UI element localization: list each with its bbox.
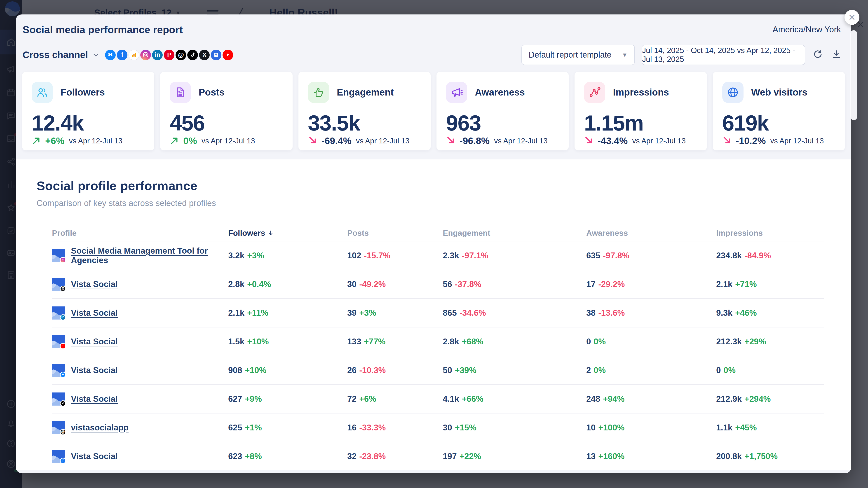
- column-header-awareness[interactable]: Awareness: [586, 229, 716, 237]
- profile-link[interactable]: Vista Social: [71, 280, 118, 289]
- profile-link[interactable]: Vista Social: [71, 337, 118, 347]
- profile-link[interactable]: vistasocialapp: [71, 423, 129, 432]
- stat-card-engagement: Engagement33.5k-69.4%vs Apr 12-Jul 13: [299, 72, 431, 151]
- stat-card-awareness: Awareness963-96.8%vs Apr 12-Jul 13: [436, 72, 569, 151]
- cell-posts-delta: +6%: [359, 394, 376, 403]
- cell-posts: 72+6%: [347, 394, 376, 403]
- stat-card-label: Posts: [198, 87, 224, 98]
- modal-close-button[interactable]: ✕: [844, 10, 860, 25]
- cell-followers: 3.2k+3%: [228, 251, 264, 260]
- engagement-icon: [308, 82, 329, 103]
- channel-selector-label: Cross channel: [23, 50, 88, 60]
- youtube-icon: [222, 50, 233, 60]
- report-controls: Cross channel finP@X Default report temp…: [16, 36, 851, 65]
- report-modal: Social media performance report America/…: [16, 14, 851, 473]
- cell-engagement: 30+15%: [443, 423, 476, 432]
- cell-engagement-delta: +68%: [462, 337, 484, 346]
- table-row: Social Media Management Tool for Agencie…: [52, 241, 824, 270]
- column-header-posts[interactable]: Posts: [347, 229, 443, 237]
- stat-card-value: 619k: [722, 111, 835, 135]
- cell-impressions: 200.8k+1,750%: [716, 452, 778, 461]
- cell-awareness: 635-97.8%: [586, 251, 629, 260]
- stat-cards-row: Followers12.4k+6%vs Apr 12-Jul 13Posts45…: [16, 65, 851, 159]
- profile-link[interactable]: Vista Social: [71, 308, 118, 318]
- pinterest-icon: P: [164, 50, 175, 60]
- date-range-button[interactable]: Jul 14, 2025 - Oct 14, 2025 vs Apr 12, 2…: [642, 45, 805, 65]
- download-button[interactable]: [831, 49, 842, 61]
- cell-followers: 627+9%: [228, 394, 262, 403]
- stat-card-compare: vs Apr 12-Jul 13: [356, 137, 410, 145]
- stat-card-delta: -96.8%: [460, 135, 490, 146]
- stat-card-compare: vs Apr 12-Jul 13: [770, 137, 824, 145]
- cell-followers-delta: +11%: [247, 308, 269, 318]
- column-header-engagement[interactable]: Engagement: [443, 229, 586, 237]
- table-header-row: ProfileFollowersPostsEngagementAwareness…: [52, 225, 824, 241]
- refresh-button[interactable]: [812, 49, 824, 61]
- table-row: Vista Social908+10%26-10.3%50+39%20%00%: [52, 356, 824, 384]
- cell-impressions-delta: +45%: [735, 423, 757, 432]
- instagram-badge-icon: [60, 257, 66, 263]
- cell-awareness: 20%: [586, 366, 606, 375]
- cell-posts: 39+3%: [347, 308, 376, 318]
- awareness-icon: [446, 82, 467, 103]
- modal-scrollbar-thumb[interactable]: [850, 30, 857, 120]
- column-header-impressions[interactable]: Impressions: [716, 229, 824, 237]
- profile-avatar: @: [52, 421, 65, 434]
- stat-card-value: 12.4k: [32, 111, 145, 135]
- cell-followers: 908+10%: [228, 366, 267, 375]
- followers-icon: [32, 82, 53, 103]
- stat-card-label: Web visitors: [751, 87, 807, 98]
- cell-impressions: 212.3k+29%: [716, 337, 766, 346]
- cell-posts-delta: -15.7%: [364, 251, 391, 260]
- profile-avatar: [52, 364, 65, 377]
- cell-awareness-delta: 0%: [594, 366, 606, 375]
- download-icon: [831, 49, 842, 61]
- cell-awareness-delta: +160%: [598, 452, 624, 461]
- profile-avatar: [52, 249, 65, 262]
- section-title: Social profile performance: [37, 178, 824, 193]
- profile-link[interactable]: Vista Social: [71, 394, 118, 404]
- column-header-followers[interactable]: Followers: [228, 229, 347, 237]
- profile-link[interactable]: Vista Social: [71, 452, 118, 461]
- cell-followers-delta: +0.4%: [247, 280, 271, 289]
- close-icon: ✕: [848, 12, 856, 23]
- profile-avatar: [52, 335, 65, 348]
- cell-engagement-delta: +39%: [455, 366, 476, 375]
- stat-card-impressions: Impressions1.15m-43.4%vs Apr 12-Jul 13: [575, 72, 707, 151]
- linkedin-icon: in: [152, 50, 163, 60]
- stat-card-posts: Posts4560%vs Apr 12-Jul 13: [160, 72, 292, 151]
- stat-card-label: Followers: [61, 87, 105, 98]
- stat-card-label: Engagement: [337, 87, 394, 98]
- cell-impressions: 9.3k+46%: [716, 308, 757, 318]
- platform-icon-row: finP@X: [105, 50, 233, 60]
- cell-engagement-delta: +22%: [460, 452, 481, 461]
- threads-badge-icon: @: [60, 429, 66, 435]
- cell-engagement-delta: -97.1%: [462, 251, 488, 260]
- cell-impressions-delta: +46%: [735, 308, 757, 318]
- chevron-down-icon: [92, 52, 99, 58]
- cell-engagement: 197+22%: [443, 452, 481, 461]
- timezone-label: America/New York: [773, 25, 841, 34]
- cell-engagement-delta: -34.6%: [460, 308, 486, 318]
- cell-engagement: 50+39%: [443, 366, 476, 375]
- stat-card-delta: +6%: [45, 135, 64, 146]
- cell-followers: 2.1k+11%: [228, 308, 269, 318]
- cell-followers: 623+8%: [228, 452, 262, 461]
- stat-card-web-visitors: Web visitors619k-10.2%vs Apr 12-Jul 13: [713, 72, 845, 151]
- cell-engagement-delta: -37.8%: [455, 280, 481, 289]
- profile-link[interactable]: Social Media Management Tool for Agencie…: [71, 246, 228, 265]
- linkedin-badge-icon: in: [60, 314, 66, 320]
- stat-card-compare: vs Apr 12-Jul 13: [632, 137, 686, 145]
- cell-impressions: 212.9k+294%: [716, 394, 771, 403]
- x-badge-icon: X: [60, 286, 66, 292]
- report-template-value: Default report template: [529, 50, 611, 60]
- report-template-select[interactable]: Default report template ▼: [521, 45, 635, 65]
- channel-selector[interactable]: Cross channel: [23, 50, 99, 60]
- profile-link[interactable]: Vista Social: [71, 366, 118, 375]
- column-header-profile[interactable]: Profile: [52, 229, 228, 237]
- table-row: inVista Social2.1k+11%39+3%865-34.6%38-1…: [52, 298, 824, 327]
- impressions-icon: [584, 82, 605, 103]
- tiktok-icon: [187, 50, 198, 60]
- trend-up-icon: [32, 135, 41, 146]
- screen: Select Profiles 12 ▾ / Hello Russell! × …: [0, 0, 868, 488]
